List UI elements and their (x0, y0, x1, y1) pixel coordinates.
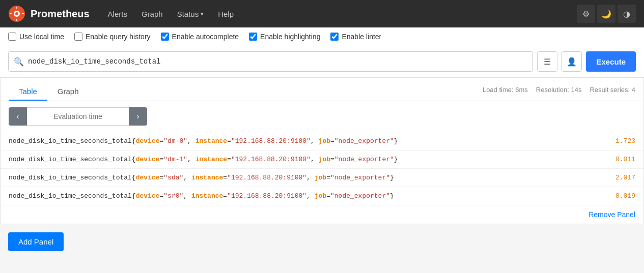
metric-value: 1.723 (591, 132, 643, 150)
svg-rect-4 (16, 19, 17, 21)
enable-query-history-checkbox[interactable]: Enable query history (74, 33, 151, 41)
svg-rect-3 (16, 7, 17, 9)
metric-value: 0.019 (591, 187, 643, 205)
search-bar: 🔍 ☰ 👤 Execute (0, 46, 644, 77)
enable-highlighting-checkbox[interactable]: Enable highlighting (249, 33, 320, 41)
metric-value: 0.011 (591, 150, 643, 169)
search-input[interactable] (28, 57, 527, 66)
enable-query-history-label: Enable query history (86, 33, 151, 41)
eval-prev-button[interactable]: ‹ (9, 107, 27, 126)
settings-bar: Use local time Enable query history Enab… (0, 27, 644, 46)
prometheus-logo (8, 5, 25, 22)
enable-linter-checkbox[interactable]: Enable linter (330, 33, 381, 41)
tab-table[interactable]: Table (9, 83, 47, 101)
eval-next-button[interactable]: › (129, 107, 147, 126)
results-table: node_disk_io_time_seconds_total{device="… (1, 132, 643, 205)
nav-graph[interactable]: Graph (135, 6, 169, 22)
table-row: node_disk_io_time_seconds_total{device="… (1, 169, 643, 187)
metric-cell: node_disk_io_time_seconds_total{device="… (1, 150, 591, 169)
eval-time-row: ‹ › (1, 101, 643, 132)
nav-alerts[interactable]: Alerts (102, 6, 133, 22)
nav-links: Alerts Graph Status ▾ Help (102, 6, 577, 22)
brand: Prometheus (8, 5, 90, 22)
format-button[interactable]: ☰ (537, 51, 557, 72)
use-local-time-input[interactable] (8, 33, 16, 41)
result-series: Result series: 4 (590, 86, 635, 94)
contrast-button[interactable]: ◑ (618, 5, 636, 23)
use-local-time-label: Use local time (19, 33, 64, 41)
load-time: Load time: 6ms (483, 86, 528, 94)
table-row: node_disk_io_time_seconds_total{device="… (1, 187, 643, 205)
execute-button[interactable]: Execute (586, 51, 636, 72)
metric-cell: node_disk_io_time_seconds_total{device="… (1, 169, 591, 187)
enable-highlighting-label: Enable highlighting (260, 33, 320, 41)
metric-cell: node_disk_io_time_seconds_total{device="… (1, 187, 591, 205)
table-row: node_disk_io_time_seconds_total{device="… (1, 132, 643, 150)
enable-query-history-input[interactable] (74, 33, 82, 41)
tabs-bar: Table Graph Load time: 6ms Resolution: 1… (1, 78, 643, 101)
search-icon: 🔍 (14, 57, 24, 67)
enable-autocomplete-label: Enable autocomplete (172, 33, 239, 41)
tab-group: Table Graph (9, 83, 89, 101)
metric-value: 2.017 (591, 169, 643, 187)
settings-button[interactable]: ⚙ (577, 5, 595, 23)
resolution: Resolution: 14s (536, 86, 582, 94)
eval-time-input[interactable] (27, 107, 129, 126)
enable-linter-label: Enable linter (342, 33, 381, 41)
enable-linter-input[interactable] (330, 33, 339, 41)
search-input-wrapper: 🔍 (8, 51, 533, 72)
table-row: node_disk_io_time_seconds_total{device="… (1, 150, 643, 169)
chevron-down-icon: ▾ (201, 11, 204, 17)
remove-panel-button[interactable]: Remove Panel (589, 210, 635, 219)
svg-rect-5 (10, 13, 12, 14)
enable-highlighting-input[interactable] (249, 33, 257, 41)
panel-meta: Load time: 6ms Resolution: 14s Result se… (483, 86, 635, 98)
app-title: Prometheus (31, 8, 90, 20)
metric-cell: node_disk_io_time_seconds_total{device="… (1, 132, 591, 150)
panel-actions: Remove Panel (1, 205, 643, 224)
panel: Table Graph Load time: 6ms Resolution: 1… (0, 77, 644, 224)
use-local-time-checkbox[interactable]: Use local time (8, 33, 64, 41)
enable-autocomplete-input[interactable] (161, 33, 169, 41)
nav-help[interactable]: Help (212, 6, 240, 22)
svg-rect-6 (22, 13, 24, 14)
metrics-explorer-button[interactable]: 👤 (562, 51, 582, 72)
theme-moon-button[interactable]: 🌙 (597, 5, 615, 23)
nav-icon-group: ⚙ 🌙 ◑ (577, 5, 636, 23)
add-panel-section: Add Panel (0, 224, 644, 259)
tab-graph[interactable]: Graph (47, 83, 89, 101)
navbar: Prometheus Alerts Graph Status ▾ Help ⚙ … (0, 0, 644, 27)
svg-point-2 (15, 12, 18, 15)
add-panel-button[interactable]: Add Panel (8, 232, 64, 251)
enable-autocomplete-checkbox[interactable]: Enable autocomplete (161, 33, 239, 41)
nav-status[interactable]: Status ▾ (171, 6, 210, 22)
